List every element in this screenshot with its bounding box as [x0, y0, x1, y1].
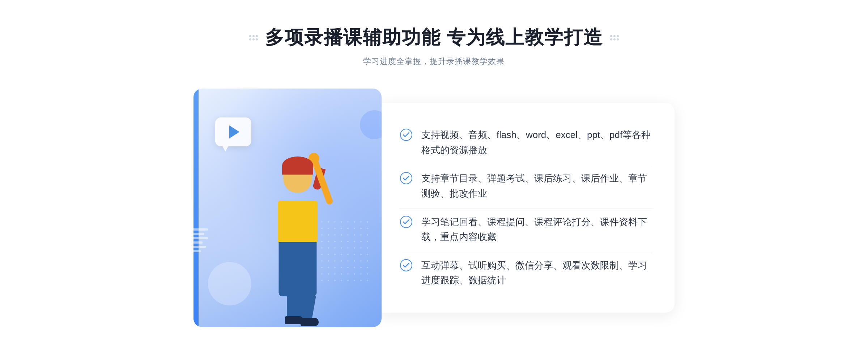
feature-item-1: 支持视频、音频、flash、word、excel、ppt、pdf等各种格式的资源… [400, 122, 653, 163]
sub-title: 学习进度全掌握，提升录播课教学效果 [249, 56, 619, 67]
character-illustration [247, 132, 348, 327]
svg-point-2 [400, 216, 412, 228]
speech-bubble [215, 117, 251, 146]
character-pants [279, 242, 317, 296]
check-icon-2 [400, 172, 413, 185]
header-title-row: 多项录播课辅助功能 专为线上教学打造 [249, 25, 619, 50]
feature-item-2: 支持章节目录、弹题考试、课后练习、课后作业、章节测验、批改作业 [400, 165, 653, 207]
svg-point-1 [400, 172, 412, 184]
feature-text-1: 支持视频、音频、flash、word、excel、ppt、pdf等各种格式的资源… [421, 128, 653, 158]
circle-decoration-1 [208, 262, 251, 305]
svg-point-3 [400, 259, 412, 271]
page-container: 多项录播课辅助功能 专为线上教学打造 学习进度全掌握，提升录播课教学效果 » [0, 25, 868, 327]
character-body [278, 201, 318, 248]
features-panel: 支持视频、音频、flash、word、excel、ppt、pdf等各种格式的资源… [378, 103, 675, 313]
svg-point-0 [400, 129, 412, 141]
character-shoe-right [301, 318, 319, 326]
play-icon [229, 125, 239, 138]
check-icon-4 [400, 259, 413, 272]
character-hair [282, 156, 313, 175]
circle-decoration-2 [360, 110, 382, 139]
check-icon-3 [400, 215, 413, 228]
blue-strip-decoration [193, 89, 199, 327]
character-arm [310, 155, 334, 205]
content-wrapper: » [193, 89, 675, 327]
illustration-card [193, 89, 382, 327]
feature-text-2: 支持章节目录、弹题考试、课后练习、课后作业、章节测验、批改作业 [421, 171, 653, 201]
decorative-dots-left [249, 35, 258, 40]
check-icon-1 [400, 128, 413, 141]
feature-item-4: 互动弹幕、试听购买、微信分享、观看次数限制、学习进度跟踪、数据统计 [400, 252, 653, 294]
feature-text-4: 互动弹幕、试听购买、微信分享、观看次数限制、学习进度跟踪、数据统计 [421, 258, 653, 288]
main-title: 多项录播课辅助功能 专为线上教学打造 [265, 25, 603, 50]
feature-text-3: 学习笔记回看、课程提问、课程评论打分、课件资料下载，重点内容收藏 [421, 215, 653, 245]
feature-item-3: 学习笔记回看、课程提问、课程评论打分、课件资料下载，重点内容收藏 [400, 209, 653, 250]
stripe-decoration [193, 219, 212, 262]
header-section: 多项录播课辅助功能 专为线上教学打造 学习进度全掌握，提升录播课教学效果 [249, 25, 619, 67]
decorative-dots-right [610, 35, 619, 40]
